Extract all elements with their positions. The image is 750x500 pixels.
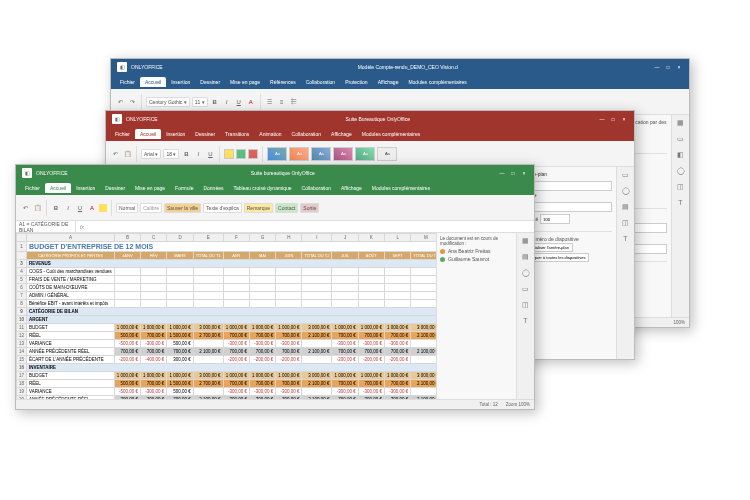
style-type[interactable]: Texte d'expilca bbox=[203, 203, 242, 213]
style-sortie[interactable]: Sortie bbox=[300, 203, 319, 213]
close-button[interactable]: × bbox=[675, 63, 683, 71]
paste-icon[interactable]: 📋 bbox=[122, 149, 132, 159]
theme-preview[interactable]: Aa bbox=[333, 147, 353, 161]
tab-affichage[interactable]: Affichage bbox=[336, 183, 367, 193]
theme-preview[interactable]: Aa bbox=[311, 147, 331, 161]
tab-fichier[interactable]: Fichier bbox=[20, 183, 45, 193]
tab-collaboration[interactable]: Collaboration bbox=[297, 183, 336, 193]
tab-mise-en-page[interactable]: Mise en page bbox=[130, 183, 170, 193]
tab-insertion[interactable]: Insertion bbox=[161, 129, 190, 139]
tab-dessiner[interactable]: Dessiner bbox=[190, 129, 220, 139]
undo-icon[interactable]: ↶ bbox=[20, 203, 30, 213]
tab-insertion[interactable]: Insertion bbox=[166, 77, 195, 87]
close-button[interactable]: × bbox=[520, 169, 528, 177]
tab-insertion[interactable]: Insertion bbox=[71, 183, 100, 193]
theme-preview[interactable]: Aa bbox=[377, 147, 397, 161]
chart-icon[interactable]: ◫ bbox=[520, 301, 532, 313]
align-left-icon[interactable]: ⬱ bbox=[289, 97, 299, 107]
zoom-label[interactable]: Zoom 100% bbox=[506, 402, 530, 407]
zoom-label[interactable]: 100% bbox=[673, 320, 685, 325]
maximize-button[interactable]: □ bbox=[509, 169, 517, 177]
minimize-button[interactable]: — bbox=[653, 63, 661, 71]
undo-icon[interactable]: ↶ bbox=[110, 149, 120, 159]
font-select[interactable]: Arial ▾ bbox=[141, 149, 161, 159]
font-size[interactable]: 11 ▾ bbox=[192, 97, 208, 107]
cell-settings-icon[interactable]: ▦ bbox=[520, 237, 532, 249]
theme-preview[interactable]: Aa bbox=[289, 147, 309, 161]
style-normal[interactable]: Normal bbox=[116, 203, 138, 213]
font-select[interactable]: Century Gothic ▾ bbox=[146, 97, 190, 107]
tab-modules[interactable]: Modules complémentaires bbox=[403, 77, 471, 87]
tab-mise-en-page[interactable]: Mise en page bbox=[225, 77, 265, 87]
chart-icon[interactable]: ◫ bbox=[675, 183, 687, 195]
tab-collaboration[interactable]: Collaboration bbox=[287, 129, 326, 139]
fill-color-icon[interactable] bbox=[99, 204, 107, 212]
bold-icon[interactable]: B bbox=[181, 149, 191, 159]
paste-icon[interactable]: 📋 bbox=[32, 203, 42, 213]
tab-dessiner[interactable]: Dessiner bbox=[195, 77, 225, 87]
font-color-icon[interactable]: A bbox=[87, 203, 97, 213]
minimize-button[interactable]: — bbox=[498, 169, 506, 177]
table-icon[interactable]: ▤ bbox=[520, 253, 532, 265]
theme-preview[interactable]: Aa bbox=[267, 147, 287, 161]
maximize-button[interactable]: □ bbox=[664, 63, 672, 71]
italic-icon[interactable]: I bbox=[193, 149, 203, 159]
numbering-icon[interactable]: ≡ bbox=[277, 97, 287, 107]
italic-icon[interactable]: I bbox=[222, 97, 232, 107]
color-red[interactable] bbox=[248, 149, 258, 159]
chart-icon[interactable]: ◫ bbox=[620, 219, 632, 231]
tab-collaboration[interactable]: Collaboration bbox=[301, 77, 340, 87]
bold-icon[interactable]: B bbox=[51, 203, 61, 213]
color-yellow[interactable] bbox=[224, 149, 234, 159]
style-note[interactable]: Remarque bbox=[244, 203, 273, 213]
text-icon[interactable]: T bbox=[675, 199, 687, 211]
tab-dessiner[interactable]: Dessiner bbox=[100, 183, 130, 193]
undo-icon[interactable]: ↶ bbox=[115, 97, 125, 107]
tab-fichier[interactable]: Fichier bbox=[110, 129, 135, 139]
tab-accueil[interactable]: Accueil bbox=[135, 129, 161, 139]
text-icon[interactable]: T bbox=[620, 235, 632, 247]
slide-settings-icon[interactable]: ▭ bbox=[620, 171, 632, 183]
theme-preview[interactable]: Aa bbox=[355, 147, 375, 161]
image-icon[interactable]: ▤ bbox=[620, 203, 632, 215]
tab-modules[interactable]: Modules complémentaires bbox=[367, 183, 435, 193]
fx-icon[interactable]: fx bbox=[76, 224, 88, 230]
tab-affichage[interactable]: Affichage bbox=[373, 77, 404, 87]
tab-donnees[interactable]: Données bbox=[198, 183, 228, 193]
minimize-button[interactable]: — bbox=[598, 115, 606, 123]
bullets-icon[interactable]: ☰ bbox=[265, 97, 275, 107]
shape-icon[interactable]: ◯ bbox=[675, 167, 687, 179]
spreadsheet-grid[interactable]: ABCDEFGHIJKLMNOPQ1BUDGET D'ENTREPRISE DE… bbox=[16, 233, 436, 399]
underline-icon[interactable]: U bbox=[234, 97, 244, 107]
tab-accueil[interactable]: Accueil bbox=[140, 77, 166, 87]
tab-tcd[interactable]: Tableau croisé dynamique bbox=[228, 183, 296, 193]
tab-fichier[interactable]: Fichier bbox=[115, 77, 140, 87]
italic-icon[interactable]: I bbox=[63, 203, 73, 213]
font-size[interactable]: 18 ▾ bbox=[163, 149, 179, 159]
underline-icon[interactable]: U bbox=[205, 149, 215, 159]
tab-affichage[interactable]: Affichage bbox=[326, 129, 357, 139]
image-icon[interactable]: ▭ bbox=[675, 135, 687, 147]
cell-reference[interactable]: A1 = CATÉGORIE DE BILAN bbox=[16, 221, 76, 233]
redo-icon[interactable]: ↷ bbox=[127, 97, 137, 107]
header-icon[interactable]: ◧ bbox=[675, 151, 687, 163]
style-contact[interactable]: Contact bbox=[275, 203, 298, 213]
tab-references[interactable]: Références bbox=[265, 77, 301, 87]
style-calibre[interactable]: Calibre bbox=[140, 203, 162, 213]
style-save[interactable]: Sauver la ville bbox=[164, 203, 201, 213]
image-icon[interactable]: ▭ bbox=[520, 285, 532, 297]
table-icon[interactable]: ▦ bbox=[675, 119, 687, 131]
tab-animation[interactable]: Animation bbox=[254, 129, 286, 139]
color-green[interactable] bbox=[236, 149, 246, 159]
shape-icon[interactable]: ◯ bbox=[520, 269, 532, 281]
bold-icon[interactable]: B bbox=[210, 97, 220, 107]
opacity-input[interactable] bbox=[540, 214, 570, 224]
shape-icon[interactable]: ◯ bbox=[620, 187, 632, 199]
tab-modules[interactable]: Modules complémentaires bbox=[357, 129, 425, 139]
tab-formule[interactable]: Formule bbox=[170, 183, 198, 193]
font-color-icon[interactable]: A bbox=[246, 97, 256, 107]
maximize-button[interactable]: □ bbox=[609, 115, 617, 123]
text-icon[interactable]: T bbox=[520, 317, 532, 329]
tab-protection[interactable]: Protection bbox=[340, 77, 373, 87]
close-button[interactable]: × bbox=[620, 115, 628, 123]
